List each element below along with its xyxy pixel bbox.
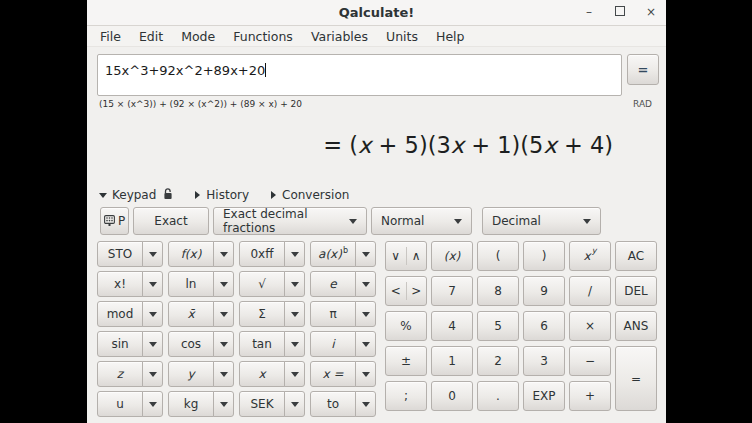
- var-z-key[interactable]: z: [97, 361, 143, 387]
- minus-key[interactable]: −: [569, 346, 611, 376]
- menu-file[interactable]: File: [91, 29, 130, 44]
- seven-key[interactable]: 7: [431, 276, 473, 306]
- five-key[interactable]: 5: [477, 311, 519, 341]
- factorial-dropdown-button[interactable]: [142, 271, 163, 297]
- close-icon[interactable]: ×: [644, 0, 658, 25]
- ln-key[interactable]: ln: [168, 271, 214, 297]
- paren-close-key[interactable]: ): [523, 241, 565, 271]
- up-down-key[interactable]: ∨∧: [385, 241, 427, 271]
- mod-key[interactable]: mod: [97, 301, 143, 327]
- tan-dropdown-button[interactable]: [284, 331, 305, 357]
- euler-e-key[interactable]: e: [310, 271, 356, 297]
- var-x-dropdown-button[interactable]: [284, 361, 305, 387]
- euler-e-dropdown-button[interactable]: [355, 271, 376, 297]
- programming-keypad-button[interactable]: P: [100, 207, 129, 235]
- eight-key[interactable]: 8: [477, 276, 519, 306]
- cos-key[interactable]: cos: [168, 331, 214, 357]
- display-mode-select[interactable]: Normal: [371, 207, 472, 235]
- power-function-key[interactable]: a(x)b: [310, 241, 356, 267]
- titlebar[interactable]: Qalculate! – ×: [87, 0, 666, 26]
- convert-to-key[interactable]: to: [310, 391, 356, 417]
- menu-help[interactable]: Help: [427, 29, 474, 44]
- currency-sek-dropdown-button[interactable]: [284, 391, 305, 417]
- up-down-left-half[interactable]: ∨: [386, 249, 406, 263]
- exp-key[interactable]: EXP: [523, 381, 565, 411]
- percent-key[interactable]: %: [385, 311, 427, 341]
- unit-u-dropdown-button[interactable]: [142, 391, 163, 417]
- up-down-right-half[interactable]: ∧: [407, 249, 427, 263]
- paren-open-key[interactable]: (: [477, 241, 519, 271]
- left-right-right-half[interactable]: >: [407, 284, 427, 298]
- equals-result-key[interactable]: =: [615, 346, 657, 411]
- menu-edit[interactable]: Edit: [130, 29, 172, 44]
- divide-key[interactable]: /: [569, 276, 611, 306]
- var-x-key[interactable]: x: [239, 361, 285, 387]
- expression-input[interactable]: 15x^3+92x^2+89x+20: [97, 54, 622, 96]
- solve-x-dropdown-button[interactable]: [355, 361, 376, 387]
- solve-x-key[interactable]: x =: [310, 361, 356, 387]
- plus-minus-key[interactable]: ±: [385, 346, 427, 376]
- left-right-key[interactable]: <>: [385, 276, 427, 306]
- del-key[interactable]: DEL: [615, 276, 657, 306]
- factorial-key[interactable]: x!: [97, 271, 143, 297]
- nine-key[interactable]: 9: [523, 276, 565, 306]
- maximize-icon[interactable]: [613, 0, 627, 25]
- calculate-button[interactable]: =: [627, 54, 659, 85]
- left-right-left-half[interactable]: <: [386, 284, 406, 298]
- pi-key[interactable]: π: [310, 301, 356, 327]
- minimize-icon[interactable]: –: [582, 0, 596, 25]
- tan-key[interactable]: tan: [239, 331, 285, 357]
- sqrt-dropdown-button[interactable]: [284, 271, 305, 297]
- two-key[interactable]: 2: [477, 346, 519, 376]
- unit-u-key[interactable]: u: [97, 391, 143, 417]
- sum-dropdown-button[interactable]: [284, 301, 305, 327]
- var-z-dropdown-button[interactable]: [142, 361, 163, 387]
- ac-key[interactable]: AC: [615, 241, 657, 271]
- cos-dropdown-button[interactable]: [213, 331, 234, 357]
- multiply-key[interactable]: ×: [569, 311, 611, 341]
- mean-key[interactable]: x̄: [168, 301, 214, 327]
- plus-key[interactable]: +: [569, 381, 611, 411]
- mod-dropdown-button[interactable]: [142, 301, 163, 327]
- six-key[interactable]: 6: [523, 311, 565, 341]
- menu-mode[interactable]: Mode: [172, 29, 224, 44]
- unit-kg-key[interactable]: kg: [168, 391, 214, 417]
- base-mode-select[interactable]: Decimal: [482, 207, 601, 235]
- tab-keypad[interactable]: Keypad: [99, 188, 173, 203]
- three-key[interactable]: 3: [523, 346, 565, 376]
- var-y-dropdown-button[interactable]: [213, 361, 234, 387]
- sin-dropdown-button[interactable]: [142, 331, 163, 357]
- var-y-key[interactable]: y: [168, 361, 214, 387]
- sto-key[interactable]: STO: [97, 241, 143, 267]
- power-function-dropdown-button[interactable]: [355, 241, 376, 267]
- tab-conversion[interactable]: Conversion: [271, 188, 349, 202]
- ln-dropdown-button[interactable]: [213, 271, 234, 297]
- zero-key[interactable]: 0: [431, 381, 473, 411]
- function-fx-dropdown-button[interactable]: [213, 241, 234, 267]
- unit-kg-dropdown-button[interactable]: [213, 391, 234, 417]
- sto-dropdown-button[interactable]: [142, 241, 163, 267]
- menu-functions[interactable]: Functions: [224, 29, 302, 44]
- four-key[interactable]: 4: [431, 311, 473, 341]
- sqrt-key[interactable]: √: [239, 271, 285, 297]
- tab-history[interactable]: History: [195, 188, 249, 202]
- fraction-mode-select[interactable]: Exact decimal fractions: [213, 207, 367, 235]
- convert-to-dropdown-button[interactable]: [355, 391, 376, 417]
- unlock-icon[interactable]: [163, 188, 173, 203]
- menu-variables[interactable]: Variables: [302, 29, 377, 44]
- decimal-point-key[interactable]: .: [477, 381, 519, 411]
- power-key[interactable]: xy: [569, 241, 611, 271]
- semicolon-key[interactable]: ;: [385, 381, 427, 411]
- sin-key[interactable]: sin: [97, 331, 143, 357]
- imaginary-i-dropdown-button[interactable]: [355, 331, 376, 357]
- hex-dropdown-button[interactable]: [284, 241, 305, 267]
- function-fx-key[interactable]: f(x): [168, 241, 214, 267]
- x-parentheses-key[interactable]: (x): [431, 241, 473, 271]
- one-key[interactable]: 1: [431, 346, 473, 376]
- imaginary-i-key[interactable]: i: [310, 331, 356, 357]
- mean-dropdown-button[interactable]: [213, 301, 234, 327]
- ans-key[interactable]: ANS: [615, 311, 657, 341]
- menu-units[interactable]: Units: [377, 29, 427, 44]
- pi-dropdown-button[interactable]: [355, 301, 376, 327]
- hex-key[interactable]: 0xff: [239, 241, 285, 267]
